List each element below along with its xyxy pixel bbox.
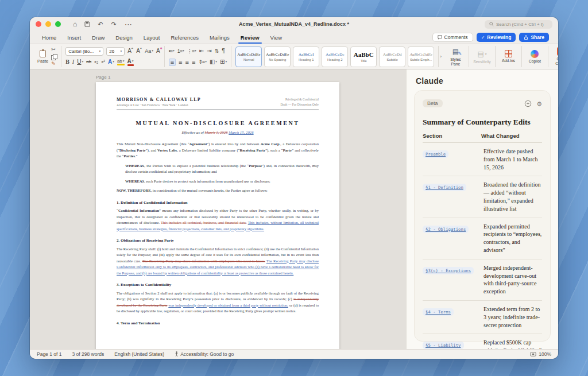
clear-formatting-button[interactable] bbox=[156, 48, 160, 54]
save-icon[interactable] bbox=[84, 21, 90, 27]
ribbon-tab[interactable]: Design bbox=[115, 32, 133, 44]
page-label: Page 1 bbox=[96, 75, 406, 80]
ribbon-tab[interactable]: Mailings bbox=[209, 32, 230, 44]
ribbon-button[interactable]: Sensitivity bbox=[469, 46, 496, 67]
section-link[interactable]: §4 - Terms bbox=[423, 308, 454, 316]
ribbon-button[interactable]: Open Claude bbox=[548, 46, 558, 67]
style-sample: AaBbCcDdEe bbox=[266, 52, 289, 57]
line-spacing-button[interactable]: ▾ bbox=[198, 60, 207, 65]
text-highlight-button[interactable]: ▾ bbox=[117, 59, 125, 65]
word-count[interactable]: 3 of 298 words bbox=[72, 351, 104, 357]
tab-label: Layout bbox=[144, 34, 160, 41]
style-card[interactable]: AaBbCcDdEe Normal bbox=[235, 46, 262, 67]
show-formatting-marks-button[interactable] bbox=[222, 48, 225, 54]
ribbon-button-label: Sensitivity bbox=[473, 60, 491, 64]
document-canvas[interactable]: Page 1 MORRISON & CALLOWAY LLP Attorneys… bbox=[30, 69, 406, 349]
format-painter-icon[interactable] bbox=[51, 61, 57, 67]
style-card[interactable]: AaBbCcI Heading 1 bbox=[293, 46, 319, 67]
style-card[interactable]: AaBbCcDc Heading 2 bbox=[322, 46, 348, 67]
ribbon-tab-bar: Home Insert Draw Design Layout Reference… bbox=[30, 31, 558, 44]
ribbon-tab[interactable]: View bbox=[270, 32, 283, 44]
minimize-window-button[interactable] bbox=[45, 21, 51, 27]
accessibility-person-icon bbox=[175, 351, 179, 357]
section-link[interactable]: Preamble bbox=[423, 150, 448, 158]
new-chat-icon[interactable] bbox=[524, 100, 532, 107]
change-description: Broadened the definition — added “withou… bbox=[483, 181, 542, 212]
section-link[interactable]: §5 - Liability bbox=[423, 342, 464, 349]
language-status[interactable]: English (United States) bbox=[114, 351, 164, 357]
document-body: This Mutual Non-Disclosure Agreement (th… bbox=[117, 141, 319, 327]
borders-button[interactable]: ▾ bbox=[220, 59, 227, 65]
doc-paragraph: NOW, THEREFORE, in consideration of the … bbox=[117, 188, 319, 194]
font-color-button[interactable]: ▾ bbox=[127, 59, 134, 66]
increase-indent-button[interactable] bbox=[207, 48, 211, 54]
doc-paragraph: 2. Obligations of Receiving Party bbox=[117, 238, 319, 244]
redo-icon[interactable] bbox=[111, 21, 116, 28]
styles-gallery-next-icon[interactable]: › bbox=[439, 54, 443, 59]
claude-card: Beta Summary of Counterparty Edits Secti… bbox=[414, 90, 551, 342]
align-left-button[interactable] bbox=[169, 59, 176, 66]
close-window-button[interactable] bbox=[36, 21, 41, 27]
ribbon-button[interactable]: Styles Pane bbox=[443, 46, 469, 67]
bold-button[interactable] bbox=[65, 59, 69, 65]
italic-button[interactable] bbox=[72, 59, 74, 65]
ribbon-tab[interactable]: Home bbox=[41, 32, 57, 44]
ribbon-tab[interactable]: References bbox=[170, 32, 199, 44]
ribbon-tab[interactable]: Layout bbox=[143, 32, 161, 44]
accessibility-status[interactable]: Accessibility: Good to go bbox=[180, 351, 234, 357]
more-commands-icon[interactable] bbox=[125, 21, 132, 28]
document-heading: MUTUAL NON-DISCLOSURE AGREEMENT bbox=[117, 120, 319, 126]
strikethrough-button[interactable] bbox=[86, 60, 91, 64]
shrink-font-button[interactable] bbox=[136, 48, 142, 54]
home-icon[interactable] bbox=[73, 21, 77, 28]
style-card[interactable]: AaBbC Title bbox=[350, 46, 377, 67]
style-card[interactable]: AaBbCcDdEe No Spacing bbox=[264, 46, 291, 67]
grow-font-button[interactable] bbox=[127, 48, 133, 54]
cut-icon[interactable] bbox=[51, 47, 57, 52]
subscript-button[interactable] bbox=[94, 60, 98, 64]
fullscreen-window-button[interactable] bbox=[55, 21, 61, 27]
multilevel-list-button[interactable]: ▾ bbox=[187, 49, 196, 54]
zoom-level[interactable]: 100% bbox=[539, 351, 551, 357]
settings-gear-icon[interactable] bbox=[536, 98, 542, 108]
change-case-button[interactable]: ▾ bbox=[145, 49, 153, 54]
paste-button[interactable]: Paste bbox=[37, 50, 48, 64]
decrease-indent-button[interactable] bbox=[199, 48, 204, 54]
font-name-select[interactable]: Calibri (Bo...▾ bbox=[65, 47, 103, 56]
sort-button[interactable] bbox=[215, 49, 219, 54]
share-label: Share bbox=[531, 34, 544, 40]
paragraph-group: ▾ ▾ ▾ ▾ ▾ ▾ bbox=[165, 46, 232, 67]
ribbon-tab[interactable]: Insert bbox=[67, 32, 82, 44]
justify-button[interactable] bbox=[192, 59, 195, 65]
shading-button[interactable]: ▾ bbox=[210, 59, 217, 65]
text-effects-button[interactable]: ▾ bbox=[108, 59, 114, 65]
align-center-button[interactable] bbox=[179, 59, 182, 65]
ribbon-button[interactable]: Add-ins bbox=[496, 46, 522, 67]
bullet-list-button[interactable]: ▾ bbox=[169, 49, 175, 54]
style-card[interactable]: AaBbCcDd Subtitle bbox=[379, 46, 405, 67]
style-sample: AaBbCcDdEe bbox=[237, 52, 260, 57]
tab-label: Design bbox=[115, 34, 133, 41]
style-card[interactable]: AaBbCcDdEe Subtle Emph... bbox=[408, 46, 434, 67]
search-input[interactable]: Search (Cmd + Ctrl + I) bbox=[485, 20, 552, 29]
font-size-select[interactable]: 26▾ bbox=[106, 47, 125, 56]
numbered-list-button[interactable]: ▾ bbox=[177, 49, 184, 54]
ribbon-tab[interactable]: Draw bbox=[91, 32, 105, 44]
document-page[interactable]: MORRISON & CALLOWAY LLP Attorneys at Law… bbox=[96, 82, 339, 349]
ribbon-button[interactable]: Copilot bbox=[522, 46, 548, 67]
section-link[interactable]: §2 - Obligations bbox=[423, 226, 469, 233]
share-button[interactable]: Share bbox=[519, 33, 549, 42]
reviewing-button[interactable]: Reviewing bbox=[477, 33, 516, 42]
underline-button[interactable]: ▾ bbox=[77, 59, 83, 65]
page-count[interactable]: Page 1 of 1 bbox=[37, 351, 61, 357]
superscript-button[interactable] bbox=[101, 60, 105, 64]
section-link[interactable]: §3(c) - Exceptions bbox=[423, 267, 474, 274]
align-right-button[interactable] bbox=[185, 59, 188, 65]
paste-icon bbox=[40, 50, 46, 57]
comments-button[interactable]: Comments bbox=[432, 33, 473, 42]
undo-icon[interactable] bbox=[98, 21, 103, 28]
copy-icon[interactable] bbox=[51, 54, 57, 60]
ribbon-tab[interactable]: Review bbox=[240, 32, 260, 44]
section-link[interactable]: §1 - Definition bbox=[423, 184, 466, 191]
tab-label: View bbox=[270, 34, 282, 41]
